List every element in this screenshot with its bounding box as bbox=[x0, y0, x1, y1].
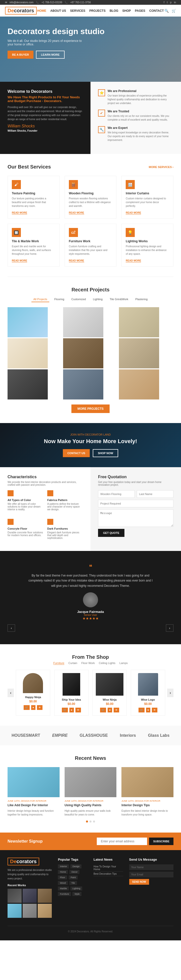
send-msg-button[interactable]: SEND NOW bbox=[129, 879, 149, 885]
more-projects-button[interactable]: MORE PROJECTS bbox=[71, 404, 110, 413]
tag-furniture[interactable]: Furniture bbox=[58, 892, 71, 896]
project-thumb-5[interactable] bbox=[63, 338, 103, 368]
cta-shop-button[interactable]: SHOP NOW bbox=[93, 449, 118, 457]
shop-item-3-cart[interactable]: 🛒 bbox=[100, 708, 106, 713]
project-thumb-8[interactable] bbox=[63, 369, 103, 399]
quote-submit-button[interactable]: GET QUOTE bbox=[98, 529, 125, 537]
brand-interiors[interactable]: Interiors bbox=[120, 733, 136, 738]
footer-news-item-2[interactable]: Best Decoration Tips bbox=[93, 872, 123, 876]
shop-tab-ceiling[interactable]: Ceiling Lights bbox=[99, 662, 115, 665]
tag-design[interactable]: Design bbox=[70, 864, 82, 869]
tag-floor[interactable]: Floor bbox=[58, 875, 67, 880]
shop-item-3-eye[interactable]: 👁 bbox=[114, 708, 119, 713]
project-thumb-7[interactable] bbox=[8, 369, 48, 399]
site-logo[interactable]: Decorators bbox=[5, 7, 37, 14]
tag-interior[interactable]: Interior bbox=[58, 864, 69, 869]
project-thumb-6[interactable] bbox=[119, 338, 159, 368]
send-msg-name-input[interactable] bbox=[129, 864, 173, 870]
shop-item-3-wish[interactable]: ♥ bbox=[107, 708, 112, 713]
hero-btn1[interactable]: Be A Buyer bbox=[8, 51, 34, 59]
footer-news-link-2[interactable]: Best Decoration Tips bbox=[93, 872, 117, 875]
cart-icon[interactable]: 🛒 bbox=[172, 9, 176, 13]
search-icon[interactable]: 🔍 bbox=[164, 9, 169, 13]
facebook-icon[interactable]: f bbox=[163, 1, 164, 4]
recent-work-4[interactable] bbox=[8, 904, 22, 918]
shop-next-button[interactable]: › bbox=[167, 689, 173, 697]
recent-work-3[interactable] bbox=[38, 889, 52, 903]
hero-btn2[interactable]: Learn More bbox=[36, 51, 65, 59]
services-more-link[interactable]: MORE SERVICES › bbox=[149, 165, 173, 169]
nav-projects[interactable]: Projects bbox=[89, 9, 106, 13]
tag-tile[interactable]: Tile bbox=[69, 881, 77, 885]
newsletter-email-input[interactable] bbox=[97, 838, 147, 845]
recent-work-2[interactable] bbox=[22, 889, 37, 903]
quote-firstname[interactable] bbox=[98, 490, 135, 498]
shop-item-2-cart[interactable]: 🛒 bbox=[62, 708, 68, 713]
project-tab-plastering[interactable]: Plastering bbox=[133, 297, 150, 302]
tag-lighting[interactable]: Lighting bbox=[70, 886, 82, 891]
project-tab-flooring[interactable]: Flooring bbox=[52, 297, 66, 302]
shop-item-1-wish[interactable]: ♥ bbox=[31, 705, 36, 710]
service-tile-link[interactable]: READ MORE bbox=[12, 259, 27, 262]
tag-marble[interactable]: Marble bbox=[58, 886, 69, 891]
recent-work-6[interactable] bbox=[38, 904, 52, 918]
project-tab-customized[interactable]: Customized bbox=[69, 297, 88, 302]
quote-message[interactable] bbox=[98, 509, 173, 527]
project-thumb-1[interactable] bbox=[8, 307, 48, 337]
service-furniture-link[interactable]: READ MORE bbox=[69, 259, 84, 262]
service-curtains-link[interactable]: READ MORE bbox=[126, 212, 141, 215]
news-dot-1[interactable] bbox=[86, 821, 88, 822]
project-thumb-9[interactable] bbox=[119, 369, 159, 399]
project-thumb-2[interactable] bbox=[63, 307, 103, 337]
tag-decor[interactable]: Decor bbox=[69, 870, 79, 874]
nav-home[interactable]: Home bbox=[37, 9, 46, 13]
recent-work-1[interactable] bbox=[8, 889, 22, 903]
tag-style[interactable]: Style bbox=[72, 892, 82, 896]
nav-contact[interactable]: Contact bbox=[149, 9, 164, 13]
cta-contact-button[interactable]: CONTACT US bbox=[63, 449, 90, 457]
project-tab-lighting[interactable]: Lighting bbox=[91, 297, 105, 302]
nav-pages[interactable]: Pages bbox=[135, 9, 145, 13]
shop-item-4-eye[interactable]: 👁 bbox=[152, 708, 157, 713]
pinterest-icon[interactable]: p bbox=[170, 1, 172, 4]
news-title-3[interactable]: Interior Design Tips bbox=[122, 803, 173, 807]
brand-glasshouse[interactable]: GLASSHOUSE bbox=[80, 733, 108, 738]
brand-empire[interactable]: EMPIRE bbox=[52, 733, 67, 738]
nav-services[interactable]: Services bbox=[70, 9, 85, 13]
shop-tab-curtain[interactable]: Curtain bbox=[68, 662, 77, 665]
twitter-icon[interactable]: t bbox=[167, 1, 168, 4]
brand-glasslabs[interactable]: Glass Labs bbox=[148, 733, 170, 738]
project-thumb-4[interactable] bbox=[8, 338, 48, 368]
nav-blog[interactable]: Blog bbox=[110, 9, 119, 13]
news-title-2[interactable]: Using High Quality Paints bbox=[65, 803, 117, 807]
nav-shop[interactable]: Shop bbox=[122, 9, 131, 13]
quote-lastname[interactable] bbox=[137, 490, 173, 498]
send-msg-email-input[interactable] bbox=[129, 872, 173, 877]
shop-prev-button[interactable]: ‹ bbox=[8, 689, 14, 697]
footer-logo[interactable]: Decorators bbox=[8, 858, 39, 865]
news-title-1[interactable]: Like Add Design For Interior bbox=[8, 803, 59, 807]
service-texture-link[interactable]: READ MORE bbox=[12, 212, 27, 215]
project-thumb-3[interactable] bbox=[119, 307, 159, 337]
brand-housesmart[interactable]: HOUSESMART bbox=[11, 733, 40, 738]
shop-item-2-eye[interactable]: 👁 bbox=[75, 708, 81, 713]
tag-paint[interactable]: Paint bbox=[69, 875, 78, 880]
shop-tab-floor[interactable]: Floor Work bbox=[81, 662, 95, 665]
tag-wood[interactable]: Wood bbox=[58, 881, 67, 885]
nav-about[interactable]: About Us bbox=[50, 9, 66, 13]
footer-news-item-1[interactable]: How To Design Your Home bbox=[93, 864, 123, 872]
project-tab-all[interactable]: All Projects bbox=[31, 297, 49, 302]
newsletter-subscribe-button[interactable]: SUBSCRIBE bbox=[149, 838, 173, 845]
news-dot-2[interactable] bbox=[90, 821, 91, 822]
shop-tab-furniture[interactable]: Furniture bbox=[53, 662, 64, 665]
quote-project[interactable] bbox=[98, 500, 173, 507]
shop-item-1-cart[interactable]: 🛒 bbox=[24, 705, 30, 710]
service-lighting-link[interactable]: READ MORE bbox=[126, 259, 141, 262]
instagram-icon[interactable]: in bbox=[174, 1, 176, 4]
footer-news-link-1[interactable]: How To Design Your Home bbox=[93, 865, 116, 871]
service-flooring-link[interactable]: READ MORE bbox=[69, 212, 84, 215]
shop-tab-lamps[interactable]: Lamps bbox=[119, 662, 128, 665]
shop-item-4-wish[interactable]: ♥ bbox=[146, 708, 151, 713]
shop-item-1-eye[interactable]: 👁 bbox=[37, 705, 42, 710]
news-dot-3[interactable] bbox=[93, 821, 95, 822]
